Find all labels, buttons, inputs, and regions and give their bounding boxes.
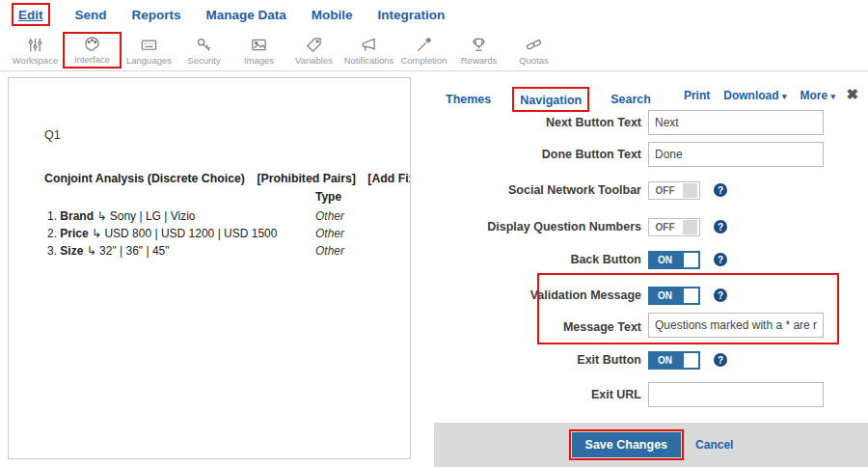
attribute-text: 2. Price ↳ USD 800 | USD 1200 | USD 1500: [47, 227, 277, 240]
toolbar-label: Workspace: [8, 55, 63, 66]
variables-tag-icon: [305, 36, 323, 54]
help-icon[interactable]: ?: [714, 183, 727, 197]
next-button-text-label: Next Button Text: [546, 116, 641, 129]
exit-button-label: Exit Button: [577, 353, 641, 367]
help-icon[interactable]: ?: [714, 253, 727, 266]
attribute-levels: ↳ USD 800 | USD 1200 | USD 1500: [92, 227, 277, 240]
toggle-knob: [683, 220, 697, 234]
nav-item-integration[interactable]: Integration: [378, 8, 446, 22]
download-link[interactable]: Download ▾: [723, 89, 786, 102]
settings-panel-header: Themes Navigation Search Print Download …: [434, 83, 868, 112]
toolbar-label: Quotas: [506, 55, 561, 66]
attribute-name: Price: [60, 227, 88, 240]
toolbar-item-rewards[interactable]: Rewards: [451, 34, 506, 66]
toolbar-item-images[interactable]: Images: [231, 34, 286, 66]
notifications-megaphone-icon: [360, 36, 378, 54]
toolbar-label: Completion: [396, 55, 451, 66]
annotation-box-save: Save Changes: [569, 429, 684, 460]
toggle-state: OFF: [649, 222, 681, 233]
toolbar-label: Interface: [67, 54, 118, 65]
close-icon[interactable]: ✖: [846, 86, 858, 103]
attribute-type: Other: [315, 244, 344, 258]
type-column-header: Type: [315, 190, 341, 204]
message-text-input[interactable]: [648, 313, 824, 338]
row-number: 2.: [47, 227, 57, 240]
display-question-numbers-toggle[interactable]: OFF: [648, 218, 700, 236]
save-changes-button[interactable]: Save Changes: [572, 432, 681, 457]
completion-wand-icon: [415, 36, 433, 54]
help-icon[interactable]: ?: [714, 288, 727, 302]
nav-item-reports[interactable]: Reports: [132, 8, 181, 22]
attribute-text: 3. Size ↳ 32" | 36" | 45": [47, 244, 170, 258]
toolbar-item-completion[interactable]: Completion: [396, 34, 451, 66]
row-number: 3.: [47, 244, 57, 258]
attribute-levels: ↳ 32" | 36" | 45": [87, 244, 170, 258]
chevron-down-icon: ▾: [782, 92, 787, 101]
print-link[interactable]: Print: [684, 89, 710, 102]
more-link[interactable]: More ▾: [800, 89, 835, 102]
chevron-down-icon: ▾: [830, 92, 835, 101]
toolbar-label: Variables: [286, 55, 341, 66]
social-network-toolbar-toggle[interactable]: OFF: [648, 181, 700, 200]
tab-themes[interactable]: Themes: [446, 93, 491, 106]
exit-url-input[interactable]: [648, 382, 824, 407]
nav-item-send[interactable]: Send: [75, 8, 107, 22]
quotas-chain-icon: [525, 36, 543, 54]
toolbar-item-security[interactable]: Security: [176, 34, 231, 66]
help-icon[interactable]: ?: [714, 220, 727, 234]
settings-tabs: Themes Navigation Search: [446, 87, 651, 112]
row-number: 1.: [47, 209, 57, 223]
done-button-text-label: Done Button Text: [542, 148, 641, 161]
toolbar-item-quotas[interactable]: Quotas: [506, 34, 561, 66]
validation-message-label: Validation Message: [530, 288, 641, 302]
attribute-type: Other: [315, 209, 344, 223]
cancel-link[interactable]: Cancel: [695, 438, 733, 452]
next-button-text-input[interactable]: [648, 110, 824, 135]
attribute-name: Size: [60, 244, 83, 258]
toolbar-item-variables[interactable]: Variables: [286, 34, 341, 66]
done-button-text-input[interactable]: [648, 142, 824, 167]
toggle-state: ON: [648, 255, 682, 265]
toolbar-item-notifications[interactable]: Notifications: [341, 34, 396, 66]
toolbar-item-languages[interactable]: Languages: [122, 34, 176, 66]
toggle-state: ON: [648, 290, 682, 301]
back-button-toggle[interactable]: ON: [648, 251, 700, 269]
question-code: Q1: [44, 128, 61, 142]
add-fixed-tasks-link[interactable]: [Add Fixed Tasks: [367, 172, 411, 185]
toggle-state: OFF: [649, 185, 681, 196]
panel-actions: Print Download ▾ More ▾: [684, 89, 835, 102]
attribute-row: 3. Size ↳ 32" | 36" | 45" Other: [9, 244, 410, 260]
nav-item-manage-data[interactable]: Manage Data: [206, 8, 286, 22]
edit-toolbar: Workspace Interface Languages Security I…: [0, 29, 868, 71]
validation-message-toggle[interactable]: ON: [648, 287, 700, 305]
question-title: Conjoint Analysis (Discrete Choice): [44, 172, 245, 185]
annotation-box-edit: Edit: [12, 3, 50, 26]
tab-navigation[interactable]: Navigation: [520, 94, 582, 107]
toolbar-item-workspace[interactable]: Workspace: [8, 34, 63, 66]
help-icon[interactable]: ?: [714, 353, 727, 367]
back-button-label: Back Button: [570, 253, 641, 266]
nav-item-edit[interactable]: Edit: [18, 8, 43, 22]
toggle-knob: [684, 253, 698, 267]
security-key-icon: [195, 36, 213, 54]
prohibited-pairs-link[interactable]: [Prohibited Pairs]: [257, 172, 356, 185]
message-text-label: Message Text: [563, 320, 641, 334]
exit-url-label: Exit URL: [591, 388, 641, 401]
annotation-box-navigation: Navigation: [512, 87, 589, 112]
toolbar-label: Notifications: [341, 55, 396, 66]
interface-palette-icon: [83, 35, 101, 53]
top-nav: Edit Send Reports Manage Data Mobile Int…: [0, 0, 868, 29]
tab-search[interactable]: Search: [610, 93, 651, 106]
toolbar-label: Languages: [122, 55, 176, 66]
rewards-trophy-icon: [470, 36, 488, 54]
exit-button-toggle[interactable]: ON: [648, 351, 700, 370]
attribute-row: 2. Price ↳ USD 800 | USD 1200 | USD 1500…: [9, 227, 410, 242]
languages-keyboard-icon: [140, 36, 158, 54]
nav-item-mobile[interactable]: Mobile: [312, 8, 353, 22]
toolbar-label: Security: [176, 55, 231, 66]
survey-preview-panel: Q1 Conjoint Analysis (Discrete Choice) […: [8, 77, 411, 459]
attribute-name: Brand: [60, 209, 94, 223]
toolbar-item-interface[interactable]: Interface: [63, 32, 122, 69]
attribute-levels: ↳ Sony | LG | Vizio: [96, 209, 195, 223]
more-label: More: [800, 89, 827, 102]
